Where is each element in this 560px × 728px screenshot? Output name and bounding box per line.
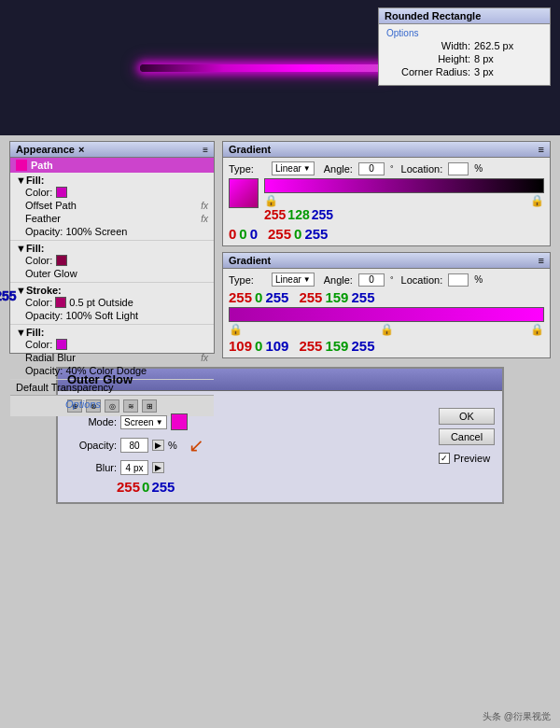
- gradient-panel-1: Gradient ≡ Type: Linear ▼ Angle: ° Locat…: [222, 141, 551, 246]
- gradient-1-stop-right[interactable]: 🔒: [530, 194, 544, 207]
- og-preview-row: ✓ Preview: [439, 453, 490, 464]
- gradient-1-menu[interactable]: ≡: [539, 144, 544, 155]
- g1-br2: 255: [268, 226, 291, 242]
- corner-radius-row: Corner Radius: 3 px: [386, 66, 542, 77]
- g1-bg: 0: [239, 226, 246, 242]
- gradient-1-stop-left[interactable]: 🔒: [264, 194, 278, 207]
- g1-bb2: 255: [304, 226, 328, 242]
- corner-radius-value: 3 px: [474, 66, 494, 77]
- og-mode-select[interactable]: Screen ▼: [120, 415, 167, 429]
- og-blur-row: Blur: ▶: [65, 460, 431, 475]
- og-options-label: Options: [65, 399, 431, 410]
- appearance-label: Appearance: [16, 144, 75, 155]
- fill3-radial-label: Radial Blur: [25, 352, 76, 363]
- stroke-color-box[interactable]: [55, 297, 66, 308]
- stroke-b: 255: [0, 288, 17, 303]
- gradient-2-top-nums: 255 0 255 255 159 255: [229, 289, 544, 305]
- degree-symbol: °: [390, 164, 394, 174]
- bottom-section: Outer Glow Options Mode: Screen ▼ Opacit…: [0, 359, 560, 511]
- og-color-annotation: 255 0 255: [65, 479, 431, 495]
- stroke-header: ▼Stroke:: [16, 285, 208, 296]
- g1-b1: 255: [312, 207, 333, 222]
- og-opacity-row: Opacity: ▶ % ↙: [65, 434, 431, 456]
- height-value: 8 px: [474, 53, 494, 64]
- glow-bar: [140, 64, 392, 72]
- g2-bg2: 159: [325, 338, 348, 354]
- gradient-1-location-label: Location:: [401, 163, 443, 175]
- gradient-1-angle-input[interactable]: [358, 162, 385, 175]
- fill2-section: ▼Fill: Color: Outer Glow: [10, 241, 214, 283]
- fill2-color-row: Color:: [16, 254, 208, 267]
- og-mode-value: Screen: [124, 417, 154, 427]
- path-row: Path: [10, 158, 214, 173]
- gradient-2-stop-right[interactable]: 🔒: [530, 323, 544, 336]
- og-mode-arrow: ▼: [156, 418, 163, 427]
- appearance-panel-header: Appearance × ≡: [10, 142, 214, 158]
- gradient-2-angle-input[interactable]: [358, 273, 385, 287]
- gradient-1-top-annotation: 255 128 255: [264, 207, 544, 222]
- fill1-color-box[interactable]: [56, 187, 67, 198]
- fill1-opacity-row: Opacity: 100% Screen: [16, 225, 208, 238]
- og-opacity-input[interactable]: [120, 438, 148, 453]
- gradient-2-type-row: Type: Linear ▼ Angle: ° Location: %: [229, 273, 544, 287]
- gradient-1-bottom-nums: 0 0 0 255 0 255: [229, 226, 544, 242]
- gradient-panel-2: Gradient ≡ Type: Linear ▼ Angle: ° Locat…: [222, 252, 551, 358]
- og-opacity-stepper[interactable]: ▶: [152, 440, 164, 451]
- gradient-1-type-select[interactable]: Linear ▼: [272, 161, 315, 175]
- g2-b2: 255: [351, 289, 374, 305]
- gradient-2-menu[interactable]: ≡: [539, 255, 544, 266]
- fill3-header: ▼Fill:: [16, 327, 208, 338]
- gradient-2-stop-left[interactable]: 🔒: [229, 323, 243, 336]
- middle-section: Appearance × ≡ Path ▼Fill: Color: Offset…: [0, 135, 560, 359]
- height-label: Height:: [386, 53, 470, 64]
- gradient-1-location-input[interactable]: [448, 162, 469, 175]
- rounded-rect-options: Options: [386, 28, 542, 38]
- gradient-1-type-row: Type: Linear ▼ Angle: ° Location: %: [229, 161, 544, 175]
- fill1-section: ▼Fill: Color: Offset Path fx Feather fx …: [10, 173, 214, 241]
- gradient-2-type-select[interactable]: Linear ▼: [272, 273, 315, 287]
- fill2-color-box[interactable]: [56, 255, 67, 266]
- path-label: Path: [31, 160, 53, 171]
- stroke-color-label: Color:: [25, 297, 52, 308]
- stroke-opacity-row: Opacity: 100% Soft Light: [16, 309, 208, 322]
- gradient-1-angle-label: Angle:: [324, 163, 353, 175]
- og-mode-label: Mode:: [65, 416, 117, 427]
- width-value: 262.5 px: [474, 40, 513, 51]
- width-row: Width: 262.5 px: [386, 40, 542, 51]
- gradient-panel-2-header: Gradient ≡: [223, 253, 550, 269]
- og-color-swatch[interactable]: [171, 413, 188, 430]
- g2-r1: 255: [229, 289, 252, 305]
- width-label: Width:: [386, 40, 470, 51]
- gradient-1-content: Type: Linear ▼ Angle: ° Location: %: [223, 158, 550, 245]
- cancel-button[interactable]: Cancel: [439, 428, 495, 445]
- gradient-2-type-value: Linear: [275, 274, 301, 285]
- fill3-color-box[interactable]: [56, 339, 67, 350]
- fill2-header: ▼Fill:: [16, 243, 208, 254]
- fill2-outer-glow-label: Outer Glow: [25, 268, 77, 279]
- panel-menu-icon[interactable]: ≡: [203, 145, 208, 155]
- gradient-1-type-label: Type:: [229, 163, 268, 175]
- appearance-title: Appearance ×: [16, 144, 84, 155]
- gradient-2-angle-label: Angle:: [324, 274, 353, 286]
- corner-radius-label: Corner Radius:: [386, 66, 470, 77]
- appearance-panel: Appearance × ≡ Path ▼Fill: Color: Offset…: [9, 141, 215, 354]
- ok-button[interactable]: OK: [439, 408, 495, 425]
- og-blur-stepper[interactable]: ▶: [152, 462, 164, 473]
- og-b: 255: [151, 479, 175, 495]
- g1-bg2: 0: [294, 226, 301, 242]
- gradient-2-stop-mid[interactable]: 🔒: [380, 323, 394, 336]
- stroke-wrapper: 255 0 255 ▼Stroke: Color: 0.5 pt Outside…: [10, 283, 214, 325]
- og-blur-label: Blur:: [65, 462, 117, 473]
- gradient-1-dropdown-arrow: ▼: [303, 164, 311, 173]
- preview-checkbox[interactable]: ✓: [439, 453, 450, 464]
- gradient-2-location-label: Location:: [401, 274, 443, 286]
- g2-g2: 159: [325, 289, 348, 305]
- appearance-tab: ×: [78, 144, 84, 155]
- g1-bb: 0: [250, 226, 258, 242]
- g2-bb2: 255: [351, 338, 374, 354]
- g1-g1: 128: [287, 207, 309, 222]
- gradient-2-content: Type: Linear ▼ Angle: ° Location: % 255 …: [223, 269, 550, 357]
- og-blur-input[interactable]: [120, 460, 148, 475]
- g2-r2: 255: [299, 289, 322, 305]
- gradient-2-location-input[interactable]: [448, 273, 469, 287]
